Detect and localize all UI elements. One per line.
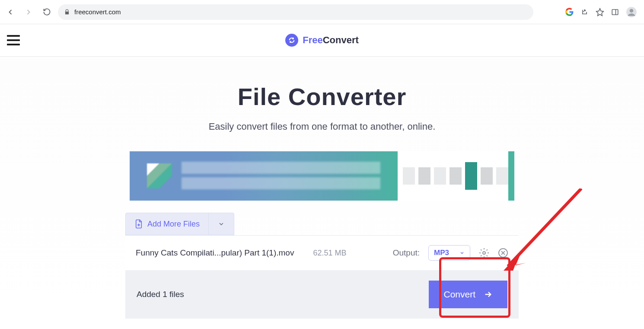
star-icon[interactable] [596, 8, 604, 16]
ad-banner[interactable] [130, 151, 514, 201]
forward-button[interactable] [22, 5, 35, 19]
profile-icon[interactable] [626, 6, 637, 18]
browser-toolbar: freeconvert.com [0, 0, 644, 24]
back-button[interactable] [3, 5, 17, 19]
panel-icon[interactable] [611, 8, 619, 16]
file-name: Funny Cats Compilati...pular) Part 1(1).… [136, 248, 294, 258]
menu-button[interactable] [7, 35, 20, 45]
files-added-text: Added 1 files [137, 290, 184, 299]
add-more-files-label: Add More Files [147, 220, 200, 229]
svg-point-4 [483, 252, 485, 254]
output-label: Output: [393, 248, 420, 258]
address-bar[interactable]: freeconvert.com [58, 4, 533, 20]
page-subtitle: Easily convert files from one format to … [0, 121, 644, 132]
converter-panel: Add More Files Funny Cats Compilati...pu… [125, 213, 519, 319]
add-more-files-button[interactable]: Add More Files [126, 213, 209, 235]
svg-point-3 [630, 9, 634, 13]
site-logo[interactable]: FreeConvert [285, 34, 359, 47]
browser-actions [565, 6, 637, 18]
google-icon[interactable] [565, 8, 574, 16]
add-files-dropdown[interactable] [209, 213, 234, 235]
settings-button[interactable] [479, 248, 489, 258]
svg-marker-8 [504, 252, 520, 271]
logo-text: FreeConvert [303, 35, 359, 46]
main-content: File Converter Easily convert files from… [0, 57, 644, 319]
share-icon[interactable] [580, 8, 589, 16]
svg-rect-0 [612, 10, 618, 15]
output-format-value: MP3 [434, 249, 449, 257]
lock-icon [64, 9, 70, 15]
add-files-bar: Add More Files [125, 213, 234, 235]
annotation-arrow [495, 188, 586, 279]
site-header: FreeConvert [0, 24, 644, 57]
chevron-down-icon [459, 250, 465, 256]
reload-button[interactable] [40, 5, 54, 19]
url-text: freeconvert.com [74, 8, 121, 16]
file-size: 62.51 MB [313, 249, 346, 258]
page-title: File Converter [0, 83, 644, 111]
logo-icon [285, 34, 298, 47]
